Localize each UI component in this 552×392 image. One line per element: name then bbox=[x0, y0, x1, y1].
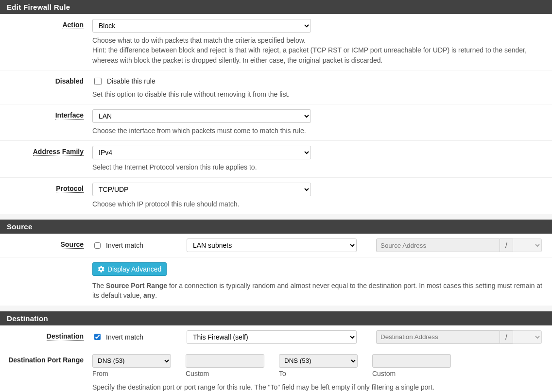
section-header-source: Source bbox=[0, 220, 552, 234]
spacer bbox=[0, 214, 552, 220]
label-address-family-col: Address Family bbox=[0, 146, 92, 155]
row-disabled: Disabled Disable this rule Set this opti… bbox=[0, 70, 552, 104]
help-source-port: The Source Port Range for a connection i… bbox=[92, 281, 545, 301]
field-source: Invert match LAN subnets / bbox=[92, 239, 552, 252]
label-address-family: Address Family bbox=[33, 148, 84, 156]
label-disabled: Disabled bbox=[55, 77, 84, 85]
source-invert-checkbox[interactable] bbox=[94, 242, 101, 249]
spacer2 bbox=[0, 306, 552, 311]
label-interface: Interface bbox=[55, 111, 84, 119]
field-dest-port: DNS (53) From Custom DNS (53) To Custom … bbox=[92, 354, 552, 392]
help-dest-port: Specify the destination port or port ran… bbox=[92, 382, 545, 392]
help-disabled: Set this option to disable this rule wit… bbox=[92, 89, 545, 99]
row-protocol: Protocol TCP/UDP Choose which IP protoco… bbox=[0, 178, 552, 214]
dest-port-from-custom-label: Custom bbox=[186, 370, 264, 377]
source-type-select[interactable]: LAN subnets bbox=[187, 239, 357, 252]
disabled-checkbox-label: Disable this rule bbox=[107, 77, 155, 85]
dest-port-from-custom bbox=[186, 354, 264, 368]
label-action: Action bbox=[62, 21, 84, 29]
disabled-checkbox[interactable] bbox=[94, 78, 102, 85]
field-destination: Invert match This Firewall (self) / bbox=[92, 330, 552, 344]
label-protocol: Protocol bbox=[56, 185, 84, 193]
field-protocol: TCP/UDP Choose which IP protocol this ru… bbox=[92, 183, 552, 209]
label-source-advanced-col bbox=[0, 262, 92, 264]
field-address-family: IPv4 Select the Internet Protocol versio… bbox=[92, 146, 552, 172]
display-advanced-label: Display Advanced bbox=[107, 265, 161, 273]
row-address-family: Address Family IPv4 Select the Internet … bbox=[0, 141, 552, 177]
dest-port-to-label: To bbox=[279, 370, 358, 377]
protocol-select[interactable]: TCP/UDP bbox=[92, 183, 311, 196]
help-action: Choose what to do with packets that matc… bbox=[92, 35, 545, 65]
source-invert-label: Invert match bbox=[106, 241, 143, 249]
help-address-family: Select the Internet Protocol version thi… bbox=[92, 162, 545, 172]
label-disabled-col: Disabled bbox=[0, 75, 92, 85]
dest-port-from-label: From bbox=[92, 370, 171, 377]
destination-mask-select bbox=[513, 330, 542, 344]
destination-invert-label: Invert match bbox=[106, 333, 143, 341]
help-interface: Choose the interface from which packets … bbox=[92, 126, 545, 136]
label-interface-col: Interface bbox=[0, 109, 92, 119]
destination-type-select[interactable]: This Firewall (self) bbox=[187, 330, 357, 344]
action-select[interactable]: Block bbox=[92, 19, 311, 33]
source-mask-select bbox=[513, 239, 542, 252]
row-destination: Destination Invert match This Firewall (… bbox=[0, 325, 552, 349]
label-destination: Destination bbox=[47, 332, 84, 341]
row-source: Source Invert match LAN subnets / bbox=[0, 234, 552, 257]
field-source-advanced: Display Advanced The Source Port Range f… bbox=[92, 262, 552, 301]
destination-address-input bbox=[376, 330, 500, 344]
row-interface: Interface LAN Choose the interface from … bbox=[0, 104, 552, 141]
help-protocol: Choose which IP protocol this rule shoul… bbox=[92, 199, 545, 209]
gear-icon bbox=[98, 266, 104, 273]
dest-port-from-select[interactable]: DNS (53) bbox=[92, 354, 171, 368]
destination-invert-checkbox[interactable] bbox=[94, 334, 101, 340]
row-action: Action Block Choose what to do with pack… bbox=[0, 14, 552, 70]
dest-port-to-custom bbox=[372, 354, 451, 368]
row-source-advanced: Display Advanced The Source Port Range f… bbox=[0, 257, 552, 306]
label-protocol-col: Protocol bbox=[0, 183, 92, 192]
label-source-col: Source bbox=[0, 239, 92, 248]
source-slash: / bbox=[500, 239, 513, 252]
label-source: Source bbox=[61, 240, 84, 249]
section-header-edit: Edit Firewall Rule bbox=[0, 0, 552, 14]
field-interface: LAN Choose the interface from which pack… bbox=[92, 109, 552, 136]
row-dest-port: Destination Port Range DNS (53) From Cus… bbox=[0, 349, 552, 392]
display-advanced-button[interactable]: Display Advanced bbox=[92, 262, 167, 276]
address-family-select[interactable]: IPv4 bbox=[92, 146, 311, 159]
interface-select[interactable]: LAN bbox=[92, 109, 311, 123]
label-destination-col: Destination bbox=[0, 330, 92, 340]
label-dest-port: Destination Port Range bbox=[8, 356, 84, 364]
source-address-input bbox=[376, 239, 500, 252]
section-header-destination: Destination bbox=[0, 311, 552, 325]
dest-port-to-custom-label: Custom bbox=[372, 370, 451, 377]
label-action-col: Action bbox=[0, 19, 92, 29]
field-disabled: Disable this rule Set this option to dis… bbox=[92, 75, 552, 99]
label-dest-port-col: Destination Port Range bbox=[0, 354, 92, 364]
dest-port-to-select[interactable]: DNS (53) bbox=[279, 354, 358, 368]
destination-slash: / bbox=[500, 330, 513, 344]
field-action: Block Choose what to do with packets tha… bbox=[92, 19, 552, 65]
